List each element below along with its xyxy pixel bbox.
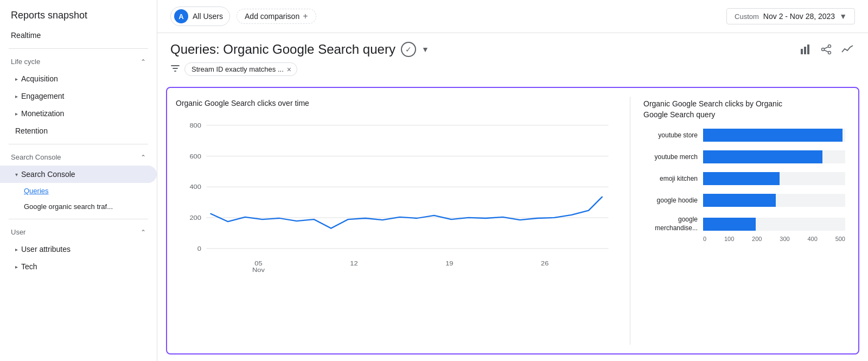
line-chart-svg: 800 600 400 200 0 05 Nov 12 19 26 xyxy=(176,114,621,288)
title-dropdown-button[interactable]: ▼ xyxy=(422,45,429,54)
bar-fill-youtube-store xyxy=(703,129,843,142)
svg-text:Nov: Nov xyxy=(252,267,265,274)
google-organic-label: Google organic search traf... xyxy=(24,202,113,211)
lifecycle-label: Life cycle xyxy=(11,58,40,66)
bar-row-google-hoodie: google hoodie xyxy=(643,194,845,207)
bar-x-400: 400 xyxy=(807,236,817,242)
date-range-picker[interactable]: Custom Nov 2 - Nov 28, 2023 ▼ xyxy=(726,8,855,24)
sidebar-section-searchconsole[interactable]: Search Console ⌃ xyxy=(0,149,157,166)
bar-label-youtube-store: youtube store xyxy=(643,131,698,139)
bar-row-emoji-kitchen: emoji kitchen xyxy=(643,172,845,185)
bar-x-100: 100 xyxy=(724,236,734,242)
bar-row-youtube-merch: youtube merch xyxy=(643,150,845,163)
user-badge[interactable]: A All Users xyxy=(170,7,230,26)
searchconsole-chevron-icon: ⌃ xyxy=(141,154,146,161)
bar-track-emoji-kitchen xyxy=(703,172,845,185)
bar-label-youtube-merch: youtube merch xyxy=(643,153,698,161)
bar-chart-section: Organic Google Search clicks by Organic … xyxy=(630,88,858,353)
searchconsole-section-label: Search Console xyxy=(11,153,61,161)
monetization-arrow-icon: ▸ xyxy=(15,111,18,117)
filter-chip-text: Stream ID exactly matches ... xyxy=(192,65,284,73)
sidebar-item-acquisition[interactable]: ▸ Acquisition xyxy=(0,70,157,87)
sparkline-icon-button[interactable] xyxy=(841,43,855,55)
sidebar-nav-queries[interactable]: Queries xyxy=(0,183,157,199)
bar-label-google-hoodie: google hoodie xyxy=(643,197,698,204)
sidebar-item-retention[interactable]: Retention xyxy=(0,122,157,140)
acquisition-label: Acquisition xyxy=(21,74,58,83)
sidebar-section-lifecycle[interactable]: Life cycle ⌃ xyxy=(0,53,157,70)
main-content: A All Users Add comparison + Custom Nov … xyxy=(157,0,868,361)
bar-fill-youtube-merch xyxy=(703,150,822,163)
sidebar-item-tech[interactable]: ▸ Tech xyxy=(0,258,157,275)
svg-line-7 xyxy=(824,50,828,52)
bar-x-200: 200 xyxy=(752,236,762,242)
bar-row-youtube-store: youtube store xyxy=(643,129,845,142)
bar-chart-container: youtube store youtube merch emoji kitche… xyxy=(643,129,845,232)
bar-label-emoji-kitchen: emoji kitchen xyxy=(643,175,698,182)
sidebar-item-monetization[interactable]: ▸ Monetization xyxy=(0,105,157,122)
bar-track-youtube-merch xyxy=(703,150,845,163)
searchconsole-label: Search Console xyxy=(21,170,75,179)
svg-text:400: 400 xyxy=(189,183,201,191)
filter-chip[interactable]: Stream ID exactly matches ... × xyxy=(184,62,297,76)
lifecycle-chevron-icon: ⌃ xyxy=(141,58,146,66)
filter-chip-close-icon[interactable]: × xyxy=(287,66,291,73)
svg-text:12: 12 xyxy=(350,259,358,267)
sidebar: Reports snapshot Realtime Life cycle ⌃ ▸… xyxy=(0,0,157,361)
add-comparison-plus-icon: + xyxy=(303,11,308,21)
bar-chart-title: Organic Google Search clicks by Organic … xyxy=(643,99,795,120)
svg-text:800: 800 xyxy=(189,122,201,129)
svg-rect-0 xyxy=(801,49,803,54)
sidebar-realtime[interactable]: Realtime xyxy=(0,27,157,44)
top-bar: A All Users Add comparison + Custom Nov … xyxy=(157,0,868,33)
filter-row: Stream ID exactly matches ... × xyxy=(170,62,855,76)
bar-fill-emoji-kitchen xyxy=(703,172,780,185)
bar-x-300: 300 xyxy=(780,236,789,242)
svg-point-4 xyxy=(822,48,825,51)
bar-fill-google-hoodie xyxy=(703,194,776,207)
sidebar-divider xyxy=(9,48,148,49)
svg-line-6 xyxy=(824,47,828,49)
svg-text:19: 19 xyxy=(445,259,454,267)
svg-text:26: 26 xyxy=(541,259,549,267)
engagement-label: Engagement xyxy=(21,92,64,100)
bar-track-google-merchandise xyxy=(703,218,845,231)
svg-rect-2 xyxy=(807,45,809,54)
user-chevron-icon: ⌃ xyxy=(141,229,146,236)
user-attributes-arrow-icon: ▸ xyxy=(15,246,18,252)
bar-fill-google-merchandise xyxy=(703,218,756,231)
report-header: Queries: Organic Google Search query ✓ ▼ xyxy=(157,33,868,80)
user-section-label: User xyxy=(11,228,25,236)
bar-chart-icon-button[interactable] xyxy=(800,43,812,55)
svg-text:0: 0 xyxy=(197,245,201,252)
add-comparison-button[interactable]: Add comparison + xyxy=(237,9,316,24)
date-custom-label: Custom xyxy=(735,12,759,21)
bar-x-0: 0 xyxy=(703,236,706,242)
date-range-dropdown-icon: ▼ xyxy=(839,12,847,21)
svg-rect-1 xyxy=(804,47,806,54)
line-chart-section: Organic Google Search clicks over time 8… xyxy=(167,88,630,353)
sidebar-nav-google-organic[interactable]: Google organic search traf... xyxy=(0,199,157,214)
svg-text:200: 200 xyxy=(189,214,201,221)
top-right-icons xyxy=(800,43,855,55)
sidebar-item-searchconsole[interactable]: ▾ Search Console xyxy=(0,166,157,183)
queries-label: Queries xyxy=(24,187,49,195)
bar-track-youtube-store xyxy=(703,129,845,142)
engagement-arrow-icon: ▸ xyxy=(15,93,18,99)
svg-text:600: 600 xyxy=(189,153,201,160)
retention-label: Retention xyxy=(15,126,48,135)
svg-point-5 xyxy=(828,52,831,54)
user-attributes-label: User attributes xyxy=(21,245,71,254)
chart-area: Organic Google Search clicks over time 8… xyxy=(166,87,859,354)
sidebar-section-user[interactable]: User ⌃ xyxy=(0,224,157,240)
sidebar-item-engagement[interactable]: ▸ Engagement xyxy=(0,87,157,105)
sidebar-title: Reports snapshot xyxy=(0,0,157,27)
share-icon-button[interactable] xyxy=(820,43,832,55)
sidebar-item-user-attributes[interactable]: ▸ User attributes xyxy=(0,240,157,258)
bar-row-google-merchandise: googlemerchandise... xyxy=(643,216,845,232)
bar-label-google-merchandise: googlemerchandise... xyxy=(643,216,698,232)
lifecycle-divider xyxy=(9,144,148,144)
filter-icon xyxy=(170,64,180,75)
tech-label: Tech xyxy=(21,262,37,271)
add-comparison-label: Add comparison xyxy=(245,12,299,21)
